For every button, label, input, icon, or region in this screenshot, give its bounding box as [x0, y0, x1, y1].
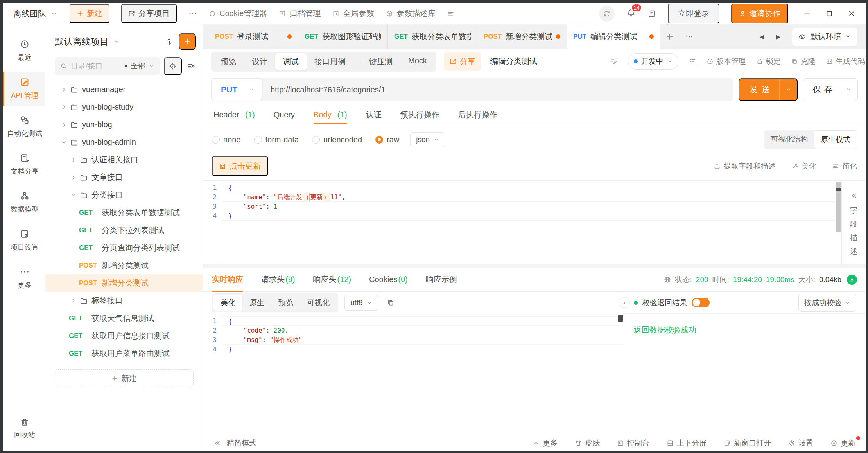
content-type-select[interactable]: json	[410, 132, 445, 147]
request-tab-预执行操作[interactable]: 预执行操作	[400, 106, 439, 124]
tree-request[interactable]: GET 获取用户信息接口测试	[45, 327, 203, 345]
chevron-right-icon[interactable]	[61, 86, 67, 93]
response-tab-实时响应[interactable]: 实时响应	[212, 268, 243, 291]
mode-tab-预览[interactable]: 预览	[213, 53, 244, 70]
team-switcher[interactable]: 离线团队	[13, 8, 58, 19]
api-tab[interactable]: POST 登录测试	[209, 24, 298, 49]
response-code[interactable]: 1234 { "code": 200, "msg": "操作成功"}	[203, 314, 624, 435]
mode-tab-接口用例[interactable]: 接口用例	[307, 53, 353, 70]
api-name-input[interactable]	[489, 54, 594, 69]
chevron-down-icon[interactable]	[70, 192, 77, 198]
bottombar-新窗口打开[interactable]: 新窗口打开	[724, 438, 771, 448]
status-list-icon[interactable]	[689, 58, 696, 65]
send-button[interactable]: 发送	[739, 78, 798, 101]
archive-manager-button[interactable]: 归档管理	[279, 8, 321, 19]
editor-action-美化[interactable]: 美化	[791, 161, 816, 171]
editor-scrollbar[interactable]	[835, 181, 841, 264]
tree-folder[interactable]: 文章接口	[45, 169, 203, 186]
share-project-button[interactable]: 分享项目	[121, 4, 177, 23]
sync-button[interactable]	[599, 6, 615, 22]
chevron-right-icon[interactable]	[70, 174, 77, 181]
tree-folder[interactable]: yun-blog-study	[45, 98, 203, 116]
collapse-panel-button[interactable]: ›	[619, 297, 630, 308]
project-title[interactable]: 默认离线项目	[55, 36, 109, 48]
api-tab[interactable]: POST 新增分类测试	[477, 24, 567, 49]
response-tab-响应头[interactable]: 响应头(12)	[313, 268, 351, 291]
share-api-button[interactable]: 分享	[444, 52, 481, 71]
request-tab-Header[interactable]: Header (1)	[213, 106, 255, 124]
filter-label[interactable]: 全部	[131, 61, 145, 71]
rail-item-最近[interactable]: 最近	[3, 34, 45, 68]
tree-request[interactable]: GET 分类下拉列表测试	[45, 221, 203, 239]
body-editor[interactable]: 1234 { "name": "后端开发（更新）11", "sort": 1} …	[203, 180, 866, 264]
fields-panel-collapsed[interactable]: 字段描述	[841, 181, 866, 264]
tree-new-button[interactable]: 新建	[55, 369, 194, 387]
chevron-right-icon[interactable]	[70, 298, 77, 304]
search-box[interactable]: 目录/接口 全部	[55, 57, 160, 75]
tree-folder[interactable]: 分类接口	[45, 186, 203, 204]
tab-scroll-left-icon[interactable]: ◀	[760, 33, 764, 40]
tree-request[interactable]: GET 分页查询分类列表测试	[45, 239, 203, 257]
viewer-tab-美化[interactable]: 美化	[213, 295, 242, 311]
locate-button[interactable]	[164, 57, 182, 75]
invite-button[interactable]: 邀请协作	[731, 4, 788, 23]
click-update-button[interactable]: 点击更新	[212, 156, 268, 176]
body-type-none[interactable]: none	[212, 135, 241, 144]
import-export-icon[interactable]	[165, 37, 174, 46]
body-type-raw[interactable]: raw	[375, 135, 399, 144]
editor-action-提取字段和描述[interactable]: 提取字段和描述	[714, 161, 776, 171]
tree-sort-icon[interactable]	[187, 62, 195, 70]
action-克隆[interactable]: 克隆	[791, 56, 816, 67]
status-select[interactable]: 开发中	[628, 53, 678, 70]
more-dots-icon[interactable]	[188, 9, 197, 18]
editor-code[interactable]: { "name": "后端开发（更新）11", "sort": 1}	[222, 181, 835, 264]
add-api-button[interactable]	[179, 33, 196, 50]
api-tab[interactable]: PUT 编辑分类测试	[567, 24, 660, 49]
tree-request[interactable]: POST 新增分类测试	[45, 257, 203, 274]
tree-folder[interactable]: yun-blog	[45, 116, 203, 133]
rail-item-自动化测试[interactable]: 自动化测试	[3, 110, 45, 144]
request-tab-Query[interactable]: Query	[274, 106, 295, 124]
tree-request[interactable]: POST 新增分类测试	[45, 274, 203, 292]
notifications-button[interactable]: 14	[626, 8, 636, 19]
bottombar-设置[interactable]: 设置	[788, 438, 813, 448]
rail-item-recycle[interactable]: 回收站	[3, 412, 45, 445]
edit-icon[interactable]	[610, 58, 618, 65]
tree-folder[interactable]: vuemanager	[45, 81, 203, 98]
body-type-form-data[interactable]: form-data	[254, 135, 299, 144]
request-tab-认证[interactable]: 认证	[366, 106, 382, 124]
bottombar-上下分屏[interactable]: 上下分屏	[667, 438, 707, 448]
chevron-down-icon[interactable]	[61, 139, 67, 146]
action-版本管理[interactable]: 版本管理	[707, 56, 746, 67]
bottombar-更多[interactable]: 更多	[533, 438, 558, 448]
encoding-select[interactable]: utf8	[344, 295, 378, 311]
chevron-right-icon[interactable]	[61, 122, 67, 128]
maximize-icon[interactable]	[826, 10, 833, 17]
tree-request[interactable]: GET 获取用户菜单路由测试	[45, 345, 203, 362]
action-生成代码[interactable]: 生成代码	[826, 56, 865, 67]
action-锁定[interactable]: 锁定	[756, 56, 781, 67]
viewer-tab-可视化[interactable]: 可视化	[300, 295, 337, 311]
cookie-manager-button[interactable]: Cookie管理器	[209, 8, 267, 19]
mode-tab-调试[interactable]: 调试	[275, 53, 307, 70]
chevrons-left-icon[interactable]	[850, 192, 858, 200]
view-mode-可视化结构[interactable]: 可视化结构	[764, 130, 814, 149]
url-input[interactable]	[262, 85, 733, 94]
method-select[interactable]: PUT	[211, 78, 262, 101]
environment-select[interactable]: 默认环境	[792, 28, 857, 46]
mode-tab-Mock[interactable]: Mock	[400, 53, 435, 70]
api-tab[interactable]: GET 获取图形验证码测试	[298, 24, 388, 49]
minimize-icon[interactable]	[803, 10, 811, 18]
bottombar-皮肤[interactable]: 皮肤	[575, 438, 600, 448]
rail-item-API 管理[interactable]: API 管理	[3, 72, 45, 106]
param-lib-button[interactable]: 参数描述库	[386, 8, 436, 19]
rail-item-数据模型[interactable]: 数据模型	[3, 185, 45, 219]
viewer-tab-预览[interactable]: 预览	[271, 295, 300, 311]
tree-folder[interactable]: yun-blog-admin	[45, 133, 203, 151]
rail-item-项目设置[interactable]: 项目设置	[3, 223, 45, 257]
request-tab-后执行操作[interactable]: 后执行操作	[458, 106, 497, 124]
validate-mode-select[interactable]: 按成功校验	[798, 294, 856, 312]
tree-folder[interactable]: 认证相关接口	[45, 151, 203, 169]
new-tab-button[interactable]	[660, 24, 680, 49]
panel-list-icon[interactable]	[447, 10, 454, 17]
